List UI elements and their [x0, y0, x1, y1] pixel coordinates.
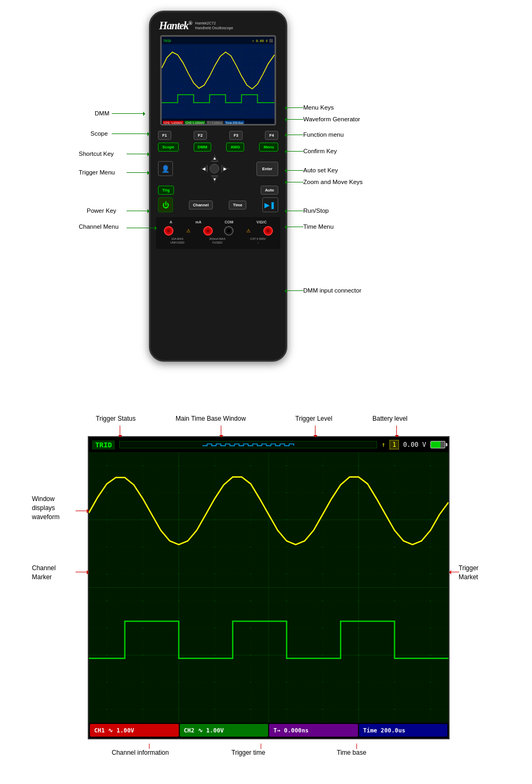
ann-time-base-text: Main Time Base Window: [176, 415, 246, 422]
power-button[interactable]: ⏻: [158, 197, 173, 212]
dmm-connector-ma: [203, 226, 213, 236]
ann-channel-marker-arrow: [76, 572, 88, 572]
dmm-label-ma: mA: [195, 220, 201, 224]
ann-trigger-market-text: TriggerMarket: [459, 564, 479, 582]
shortcut-key-button[interactable]: 👤: [158, 161, 173, 176]
ann-run-stop-text: Run/Stop: [303, 207, 329, 214]
ann-wfgen-text: Waveform Generator: [303, 116, 360, 122]
ann-dmm-connector-line: [285, 290, 303, 291]
ann-zoom-text: Zoom and Move Keys: [303, 179, 363, 185]
ann-func-text: Function menu: [303, 131, 344, 138]
ann-trig-line: [127, 172, 149, 173]
dmm-spec-1: 10A MAXUNFUSED: [170, 237, 185, 245]
dpad-down-button[interactable]: ▼: [211, 176, 218, 183]
svg-rect-0: [162, 47, 275, 116]
scope-battery-fill: [431, 441, 440, 448]
dpad-left-button[interactable]: ◀: [200, 165, 207, 172]
dmm-label-a: A: [170, 220, 172, 224]
ann-confirm-text: Confirm Key: [303, 148, 337, 154]
ann-channel-info-text: Channel information: [112, 749, 169, 756]
dmm-inputs: A mA COM V/Ω/C ⚠ ⚠ 10A MAXUNFUSED 200mA …: [156, 217, 280, 249]
f3-button[interactable]: F3: [229, 131, 243, 140]
scope-trigger-num: 1: [389, 440, 398, 449]
scope-trigger-icon: ↑: [381, 441, 385, 448]
menu-button[interactable]: Menu: [259, 143, 278, 152]
dpad: ▲ ▼ ◀ ▶: [200, 154, 229, 183]
run-stop-button[interactable]: ▶❚: [262, 197, 278, 212]
f1-button[interactable]: F1: [158, 131, 171, 140]
ann-dmm-connector-text: DMM input connector: [303, 287, 361, 294]
ann-trig-text: Trigger Menu: [79, 169, 115, 176]
device-body: Hantek® Hantek2C72 Handheld Oscilloscope…: [149, 11, 287, 362]
scope-ch2-chip: CH2 ∿ 1.00V: [180, 724, 269, 737]
f2-button[interactable]: F2: [194, 131, 207, 140]
ann-power-text: Power Key: [87, 207, 117, 214]
dmm-spec-2: 200mA MAXFUSED: [209, 237, 226, 245]
dmm-warning-2: ⚠: [245, 227, 252, 235]
ann-dmm-text: DMM: [95, 110, 109, 116]
scope-status-bar: TRID ↑ 1 0.00 V: [89, 437, 448, 452]
brand-logo: Hantek®: [159, 20, 192, 32]
ann-auto-text: Auto set Key: [303, 167, 338, 173]
ann-channel-marker-text: ChannelMarker: [32, 564, 56, 582]
ann-zoom-line: [285, 182, 303, 182]
scope-trid: TRID: [92, 440, 115, 449]
dmm-button[interactable]: DMM: [194, 143, 212, 152]
power-row: ⏻ Channel Time ▶❚: [156, 197, 280, 212]
ann-power-line: [127, 211, 149, 211]
ann-channel-line: [127, 228, 156, 228]
trig-row: Trig Auto: [156, 186, 280, 195]
device-brand-row: Hantek® Hantek2C72 Handheld Oscilloscope: [156, 19, 280, 33]
dpad-right-button[interactable]: ▶: [221, 165, 229, 172]
scope-diagram-container: TRID ↑ 1 0.00 V 1 2: [0, 399, 532, 784]
scope-canvas-area: 1 2 ◀: [89, 452, 448, 722]
screen-waveform-canvas: [162, 44, 275, 119]
dmm-connector-a: [164, 226, 173, 236]
ann-shortcut-line: [127, 154, 149, 154]
ann-trigger-status-arrow: [120, 426, 120, 437]
ann-trigger-level-arrow: [315, 426, 315, 437]
ann-channel-text: Channel Menu: [79, 223, 119, 230]
dmm-label-com: COM: [225, 220, 233, 224]
time-button[interactable]: Time: [229, 201, 246, 210]
dpad-up-button[interactable]: ▲: [211, 154, 218, 162]
brand-model: Hantek2C72 Handheld Oscilloscope: [195, 21, 234, 30]
ann-scope-line: [112, 134, 149, 134]
dpad-row: 👤 ▲ ▼ ◀ ▶ Enter: [156, 154, 280, 183]
screen-timebase-chip: Time 200.0us: [225, 121, 244, 125]
scope-screen: TRID ↑ 1 0.00 V 1 2: [88, 436, 450, 739]
dmm-warning-1: ⚠: [185, 227, 192, 235]
ann-trigger-time-arrow: [261, 744, 261, 749]
f4-button[interactable]: F4: [265, 131, 278, 140]
ann-func-line: [285, 135, 303, 135]
ann-battery-level-text: Battery level: [372, 415, 408, 422]
screen-ch1-chip: CH1 ∿100mV: [163, 121, 184, 125]
ann-menu-keys-text: Menu Keys: [303, 104, 334, 111]
trig-button[interactable]: Trig: [158, 186, 174, 195]
ann-run-stop-line: [285, 211, 303, 211]
enter-button[interactable]: Enter: [256, 162, 278, 176]
ann-trigger-market-arrow: [450, 572, 459, 572]
dmm-spec-3: CAT II 600V↓: [250, 237, 265, 245]
ann-battery-level-arrow: [396, 426, 397, 437]
ann-confirm-line: [285, 151, 303, 152]
ann-trigger-time-text: Trigger time: [231, 749, 265, 756]
dmm-label-v: V/Ω/C: [256, 220, 267, 224]
ann-menu-keys-line: [285, 107, 303, 108]
channel-button[interactable]: Channel: [189, 201, 213, 210]
scope-button[interactable]: Scope: [158, 143, 179, 152]
device-section: Hantek® Hantek2C72 Handheld Oscilloscope…: [0, 0, 532, 383]
scope-voltage: 0.00 V: [403, 441, 426, 448]
ann-trigger-status-text: Trigger Status: [96, 415, 136, 422]
ann-dmm-line: [112, 113, 145, 114]
dmm-connector-v: [263, 226, 273, 236]
auto-button[interactable]: Auto: [261, 186, 278, 195]
mode-row: Scope DMM AWG Menu: [156, 143, 280, 152]
scope-bottom-bar: CH1 ∿ 1.00V CH2 ∿ 1.00V T→ 0.000ns Time …: [89, 722, 448, 738]
ann-time-base-bottom-arrow: [356, 744, 357, 749]
ann-window-waveform-text: Windowdisplayswaveform: [32, 495, 60, 521]
scope-ch1-chip: CH1 ∿ 1.00V: [90, 724, 179, 737]
dmm-connector-com: [224, 226, 234, 236]
awg-button[interactable]: AWG: [226, 143, 244, 152]
ann-scope-text: Scope: [90, 130, 108, 137]
